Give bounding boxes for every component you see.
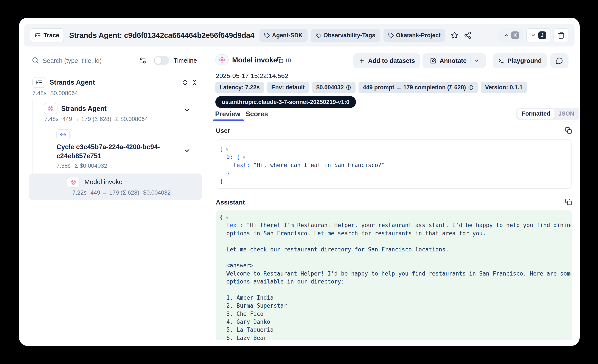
duration: 7.48s [44, 116, 58, 123]
comments-button[interactable] [550, 53, 568, 68]
tree-root-label[interactable]: Strands Agent [50, 78, 95, 87]
sidebar-divider [207, 50, 207, 340]
agent-pinwheel-icon [47, 105, 54, 112]
collapse-all-icon[interactable] [191, 79, 198, 86]
toggle-knob [155, 57, 161, 64]
tag-label: Okatank-Project [396, 32, 440, 39]
tag-icon [388, 33, 394, 38]
user-message-json[interactable]: [ ∨ 0: { ∨ text: "Hi, where can I eat in… [216, 140, 572, 189]
tag-list: Agent-SDK Observability-Tags Okatank-Pro… [259, 29, 445, 42]
tag-label: Agent-SDK [272, 32, 303, 39]
share-icon[interactable] [464, 32, 472, 39]
format-toggle-formatted[interactable]: Formatted [517, 109, 555, 119]
cost: Σ $0.004032 [75, 163, 107, 169]
header-actions: K J [499, 28, 569, 42]
tag-icon [316, 33, 321, 38]
tokens-value: 449 prompt → 179 completion (Σ 628) [363, 84, 466, 91]
cycle-label-line1: Cycle c3c45b7a-224a-4200-bc94- [56, 142, 160, 151]
tab-scores[interactable]: Scores [246, 110, 268, 118]
timeline-toggle[interactable] [154, 56, 169, 65]
format-toggle-json[interactable]: JSON [555, 110, 578, 117]
env-badge: Env: default [267, 82, 309, 93]
cost-value: $0.004032 [316, 84, 344, 91]
tokens-badge[interactable]: 449 prompt → 179 completion (Σ 628) [358, 82, 478, 93]
tree-agent-metrics: 7.48s 449 → 179 (Σ 628) Σ $0.008064 [44, 115, 148, 123]
tokens: 449 → 179 (Σ 628) [62, 116, 111, 123]
plus-icon [358, 58, 365, 64]
cost: $0.008064 [50, 90, 78, 97]
agent-type-badge [44, 103, 58, 114]
playground-button[interactable]: Playground [493, 53, 547, 68]
cost-badge[interactable]: $0.004032 [312, 82, 356, 93]
tree-agent-label[interactable]: Strands Agent [61, 104, 107, 113]
model-name-badge[interactable]: us.anthropic.claude-3-7-sonnet-20250219-… [215, 96, 356, 108]
chevron-up-icon [503, 33, 509, 38]
format-toggle: Formatted JSON [516, 108, 579, 120]
star-icon[interactable] [450, 31, 459, 39]
chevron-down-icon [531, 33, 536, 38]
chevron-down-icon[interactable] [183, 147, 191, 154]
timestamp: 2025-05-17 15:22:14.562 [216, 72, 288, 80]
timeline-toggle-label: Timeline [174, 56, 197, 65]
assistant-message-json[interactable]: { ∨ text: "Hi there! I'm Restaurant Help… [216, 211, 572, 340]
trash-icon [557, 32, 565, 39]
annotate-main[interactable]: Annotate [425, 56, 471, 65]
page-title: Strands Agent: c9d6f01342ca664464b2e56f6… [69, 31, 254, 40]
filter-settings-icon[interactable] [139, 57, 147, 64]
list-tree-icon [36, 79, 42, 86]
avatar: J [538, 32, 546, 39]
cycle-label-line2: c24eb857e751 [56, 151, 160, 161]
expand-all-icon[interactable] [182, 79, 189, 86]
id-label[interactable]: ID [286, 58, 291, 63]
delete-trace-button[interactable] [553, 28, 569, 42]
tree-cycle-label[interactable]: Cycle c3c45b7a-224a-4200-bc94- c24eb857e… [56, 142, 160, 161]
add-to-datasets-label: Add to datasets [368, 57, 415, 64]
tag-agent-sdk[interactable]: Agent-SDK [259, 29, 307, 42]
tree-model-invoke-label[interactable]: Model invoke [84, 178, 123, 186]
tag-icon [264, 33, 270, 38]
user-section-heading: User [216, 126, 230, 135]
search-icon [32, 56, 39, 64]
next-observation-button[interactable]: J [526, 28, 550, 42]
copy-icon[interactable] [565, 127, 572, 134]
trace-type-badge [32, 77, 46, 88]
version-badge: Version: 0.1.1 [481, 82, 527, 93]
trace-detail-window: Trace Strands Agent: c9d6f01342ca664464b… [19, 18, 580, 346]
playground-label: Playground [507, 57, 542, 64]
move-horizontal-icon [60, 132, 66, 138]
generation-type-badge [215, 54, 229, 66]
agent-pinwheel-icon [70, 179, 77, 186]
latency-badge: Latency: 7.22s [215, 82, 264, 93]
duration: 7.38s [56, 163, 71, 169]
tag-observability-tags[interactable]: Observability-Tags [311, 29, 380, 42]
agent-pinwheel-icon [219, 56, 225, 63]
tab-preview[interactable]: Preview [215, 110, 240, 118]
list-tree-icon [34, 32, 41, 39]
previous-observation-button[interactable]: K [499, 28, 523, 42]
desktop-background: Trace Strands Agent: c9d6f01342ca664464b… [0, 0, 598, 364]
tree-root-metrics: 7.48s $0.008064 [32, 89, 78, 98]
chevron-down-icon[interactable] [183, 107, 191, 114]
tree-model-invoke-metrics: 7.22s 449 → 179 (Σ 628) $0.004032 [72, 188, 171, 197]
tag-label: Observability-Tags [324, 32, 375, 39]
assistant-section-heading: Assistant [216, 198, 245, 207]
info-icon [346, 85, 351, 90]
chat-bubble-icon [556, 57, 563, 64]
trace-button-label: Trace [43, 32, 59, 39]
duration: 7.22s [72, 190, 87, 196]
trace-button[interactable]: Trace [30, 28, 64, 42]
cost: Σ $0.008064 [115, 116, 148, 123]
annotate-button[interactable]: Annotate [423, 53, 486, 68]
terminal-icon [498, 58, 504, 64]
annotate-label: Annotate [440, 57, 467, 64]
search-input[interactable] [42, 56, 136, 66]
generation-type-badge [67, 177, 80, 188]
tokens: 449 → 179 (Σ 628) [91, 190, 139, 196]
tag-okatank-project[interactable]: Okatank-Project [383, 29, 445, 42]
add-to-datasets-button[interactable]: Add to datasets [353, 53, 420, 68]
copy-icon[interactable] [277, 57, 283, 63]
edit-pencil-icon [430, 58, 437, 64]
copy-icon[interactable] [565, 199, 572, 205]
observation-title: Model invoke [232, 55, 277, 65]
chevron-down-icon[interactable] [474, 58, 483, 64]
